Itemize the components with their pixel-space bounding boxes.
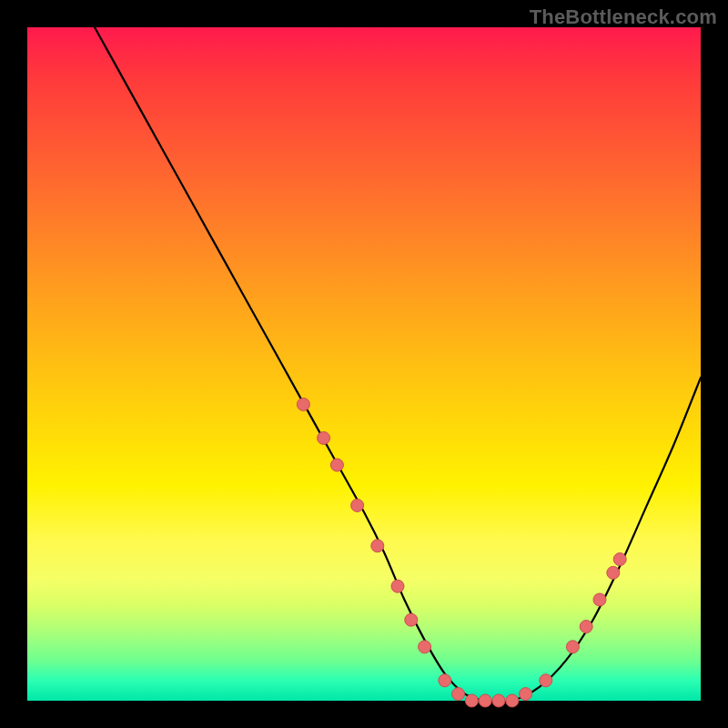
curve-marker-dot <box>318 431 330 444</box>
curve-marker-dot <box>330 459 343 471</box>
curve-marker-dot <box>465 694 478 707</box>
curve-marker-dot <box>391 580 404 592</box>
curve-marker-dot <box>439 674 451 687</box>
curve-marker-dot <box>613 553 626 566</box>
curve-marker-dot <box>479 694 491 707</box>
curve-marker-dot <box>419 641 431 653</box>
curve-marker-dot <box>492 694 505 707</box>
plot-area <box>27 27 701 701</box>
curve-marker-dot <box>520 688 532 701</box>
chart-svg <box>27 27 701 701</box>
curve-marker-dot <box>506 694 519 707</box>
curve-markers <box>297 398 626 707</box>
bottleneck-curve-path <box>95 27 701 702</box>
curve-marker-dot <box>297 398 309 410</box>
curve-marker-dot <box>452 688 465 701</box>
curve-marker-dot <box>371 540 384 552</box>
curve-marker-dot <box>351 499 364 511</box>
curve-marker-dot <box>405 613 418 626</box>
curve-marker-dot <box>593 593 606 606</box>
curve-marker-dot <box>566 641 579 653</box>
curve-marker-dot <box>540 674 552 687</box>
curve-marker-dot <box>607 566 620 579</box>
curve-marker-dot <box>580 621 592 633</box>
watermark-text: TheBottleneck.com <box>530 5 717 29</box>
chart-frame: TheBottleneck.com <box>0 0 728 728</box>
